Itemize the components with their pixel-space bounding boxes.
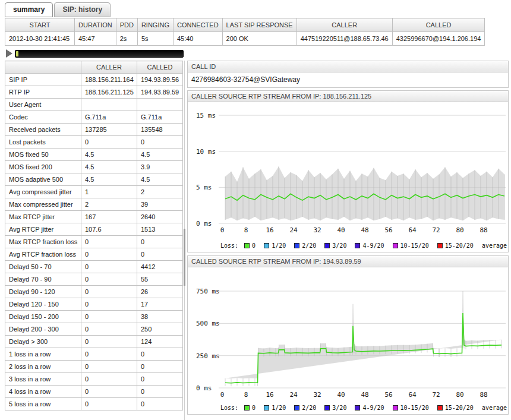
call-id-value: 4276984603-32754@SVIGateway — [187, 72, 509, 88]
x-axis-label: 24 — [289, 226, 298, 234]
legend-color-swatch — [294, 405, 299, 410]
col-connected: CONNECTED — [173, 18, 222, 32]
stat-label: Delayd 200 - 300 — [5, 323, 81, 336]
stats-row: CodecG.711aG.711a — [5, 111, 183, 124]
stat-called-value — [137, 99, 183, 111]
call-summary-table: START DURATION PDD RINGING CONNECTED LAS… — [5, 18, 485, 46]
cell-connected: 45:40 — [173, 32, 222, 46]
x-axis-label: 32 — [313, 226, 321, 234]
legend-item: 3/20 — [324, 242, 346, 249]
stat-called-value: 0 — [137, 373, 183, 386]
cell-caller: 447519220511@188.65.73.46 — [296, 32, 392, 46]
stat-caller-value: 4.5 — [81, 161, 137, 173]
stat-caller-value: 0 — [81, 348, 137, 361]
tab-summary[interactable]: summary — [5, 2, 53, 17]
stats-row: MOS adaptive 5004.54.5 — [5, 173, 183, 186]
cell-last-sip-response: 200 OK — [222, 32, 296, 46]
stats-row: 1 loss in a row00 — [5, 348, 183, 361]
x-axis-label: 88 — [480, 391, 487, 399]
stat-label: Max RTCP fraction loss — [5, 236, 81, 248]
stat-called-value: 3.9 — [137, 161, 183, 173]
stats-row: 2 loss in a row00 — [5, 361, 183, 373]
cell-ringing: 5s — [137, 32, 173, 46]
legend-item: 2/20 — [294, 405, 316, 411]
stats-row: MOS fixed 504.54.5 — [5, 149, 183, 161]
x-axis-label: 0 — [220, 226, 225, 234]
stats-row: Max compressed jitter239 — [5, 198, 183, 211]
stats-row: Max RTCP fraction loss00 — [5, 236, 183, 248]
stat-label: Delayd 90 - 120 — [5, 286, 81, 298]
stat-called-value: 26 — [137, 286, 183, 298]
stat-caller-value: 0 — [81, 236, 137, 248]
stat-called-value: 4.5 — [137, 149, 183, 161]
stat-caller-value: 0 — [81, 298, 137, 311]
splitter-handle[interactable] — [184, 229, 185, 286]
x-axis-label: 80 — [456, 391, 463, 399]
stat-label: MOS fixed 50 — [5, 149, 81, 161]
stats-row: Delayd 120 - 150017 — [5, 298, 183, 311]
legend-item: 10-15/20 — [393, 405, 429, 411]
stat-called-value: 0 — [137, 248, 183, 261]
tab-bar: summary SIP: history — [5, 2, 111, 17]
stats-row: User Agent — [5, 99, 183, 111]
stat-caller-value: 188.156.211.164 — [81, 74, 137, 86]
stat-called-value: 0 — [137, 136, 183, 149]
panel-splitter — [184, 61, 185, 420]
stat-label: Delayd 150 - 200 — [5, 311, 81, 323]
play-icon[interactable] — [6, 49, 12, 58]
stats-row: SIP IP188.156.211.164194.93.89.56 — [5, 74, 183, 86]
y-axis-label: 250 ms — [196, 352, 220, 360]
called-jitter-chart: 0 ms250 ms500 ms750 ms081624324048566472… — [187, 267, 509, 415]
call-detail-panel: CALL ID 4276984603-32754@SVIGateway CALL… — [187, 61, 509, 415]
stat-caller-value: 0 — [81, 336, 137, 348]
stat-called-value: 2640 — [137, 211, 183, 223]
legend-color-swatch — [244, 243, 250, 248]
cell-start: 2012-10-30 21:41:45 — [5, 32, 75, 46]
stats-row: Delayd 150 - 200038 — [5, 311, 183, 323]
called-rtp-stream-header: CALLED SOURCE RTP STREAM FROM IP: 194.93… — [187, 255, 509, 267]
stat-caller-value: 1 — [81, 186, 137, 198]
x-axis-label: 24 — [289, 391, 298, 399]
legend-color-swatch — [324, 243, 330, 248]
stat-called-value: 0 — [137, 361, 183, 373]
legend-suffix: average packet 1 — [482, 242, 509, 249]
legend-item: 10-15/20 — [393, 242, 429, 249]
stat-label: 2 loss in a row — [5, 361, 81, 373]
stat-label: Max RTCP jitter — [5, 211, 81, 223]
stat-label: 4 loss in a row — [5, 386, 81, 398]
cell-called: 4325996670@194.1.206.194 — [392, 32, 485, 46]
seek-handle[interactable] — [16, 51, 18, 56]
x-axis-label: 16 — [266, 226, 273, 234]
stat-caller-value: 0 — [81, 323, 137, 336]
legend-color-swatch — [355, 243, 360, 248]
x-axis-label: 40 — [337, 391, 345, 399]
legend-color-swatch — [294, 243, 299, 248]
stat-called-value: 250 — [137, 323, 183, 336]
stats-row: Delayd 50 - 7004412 — [5, 261, 183, 273]
cell-pdd: 2s — [116, 32, 137, 46]
y-axis-label: 500 ms — [196, 320, 220, 327]
seek-bar[interactable] — [15, 50, 184, 58]
stat-label: MOS adaptive 500 — [5, 173, 81, 186]
x-axis-label: 56 — [384, 391, 392, 399]
stat-called-value: 0 — [137, 348, 183, 361]
legend-item: 15-20/20 — [437, 405, 474, 411]
caller-rtp-stream-header: CALLER SOURCE RTP STREAM FROM IP: 188.15… — [187, 90, 509, 102]
stat-called-value: 4412 — [137, 261, 183, 273]
audio-player — [6, 49, 184, 58]
stats-col-caller: CALLER — [81, 61, 137, 74]
legend-prefix: Loss: — [220, 242, 238, 249]
stat-label: 1 loss in a row — [5, 348, 81, 361]
stat-called-value: G.711a — [137, 111, 183, 124]
legend-color-swatch — [437, 405, 443, 410]
legend-color-swatch — [393, 405, 398, 410]
stats-row: Max RTCP jitter1672640 — [5, 211, 183, 223]
legend-item: 1/20 — [264, 242, 286, 249]
stat-called-value: 0 — [137, 386, 183, 398]
legend-color-swatch — [355, 405, 360, 410]
rtp-stats-table: CALLER CALLED SIP IP188.156.211.164194.9… — [5, 61, 183, 410]
legend-color-swatch — [244, 405, 250, 410]
tab-sip-history[interactable]: SIP: history — [54, 2, 111, 17]
x-axis-label: 72 — [432, 391, 440, 399]
stat-caller-value: 0 — [81, 248, 137, 261]
